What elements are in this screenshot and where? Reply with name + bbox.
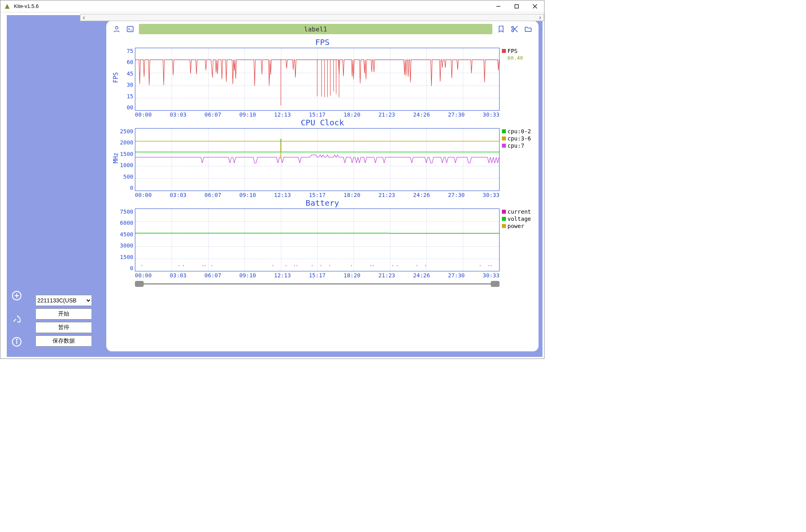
device-select[interactable]: 2211133C(USB [35,295,92,306]
chart-title: FPS [112,37,533,47]
y-axis-label: FPS [112,72,119,83]
svg-point-11 [16,339,17,340]
svg-point-12 [115,26,118,29]
range-handle-left[interactable] [135,281,144,287]
bookmark-icon[interactable] [496,24,506,34]
y-ticks: 750060004500300015000 [112,209,135,271]
x-ticks: 00:0003:0306:0709:1012:1315:1718:2021:23… [135,111,500,118]
plot-area[interactable] [135,209,500,271]
charts-area: FPSFPS756045301500FPS60.4000:0003:0306:0… [109,37,535,350]
folder-icon[interactable] [523,24,533,34]
add-icon[interactable] [11,290,22,301]
chart-cpu: CPU ClockMHz25002000150010005000cpu:0-2c… [112,118,533,198]
legend-item[interactable]: FPS [502,48,533,54]
plot-area[interactable] [135,48,500,111]
chart-title: CPU Clock [112,118,533,127]
svg-rect-13 [127,26,133,31]
chart-title: Battery [112,198,533,208]
left-rail [7,15,27,357]
legend: FPS60.40 [500,48,533,111]
app-icon [4,3,11,10]
pause-button[interactable]: 暂停 [35,322,92,333]
x-ticks: 00:0003:0306:0709:1012:1315:1718:2021:23… [135,272,500,279]
minimize-button[interactable] [489,0,507,12]
chart-bat: Battery750060004500300015000currentvolta… [112,198,533,279]
scissors-icon[interactable] [510,24,519,34]
maximize-button[interactable] [507,0,526,12]
y-axis-label: MHz [112,152,119,163]
label-bar: label1 [139,24,492,34]
app-body: 2211133C(USB 开始 暂停 保存数据 label1 FPSFPS756… [7,15,543,357]
close-button[interactable] [526,0,544,12]
titlebar: Kite-v1.5.6 [0,0,544,12]
svg-rect-3 [515,4,519,8]
legend-item[interactable]: cpu:7 [502,142,533,149]
user-icon[interactable] [112,24,121,34]
legend: cpu:0-2cpu:3-6cpu:7 [500,128,533,191]
legend: currentvoltagepower [500,209,533,271]
scroll-left-icon[interactable]: ‹ [80,14,88,21]
info-icon[interactable] [11,336,22,347]
legend-item[interactable]: cpu:0-2 [502,128,533,134]
top-strip: label1 [109,24,535,37]
legend-item[interactable]: power [502,223,533,229]
range-handle-right[interactable] [491,281,500,287]
main-card: label1 FPSFPS756045301500FPS60.4000:0003… [106,21,539,351]
chart-fps: FPSFPS756045301500FPS60.4000:0003:0306:0… [112,37,533,118]
horizontal-scrollbar[interactable]: ‹ › [80,14,544,21]
save-button[interactable]: 保存数据 [35,335,92,347]
plot-area[interactable] [135,128,500,191]
legend-item[interactable]: voltage [502,216,533,222]
side-panel: 2211133C(USB 开始 暂停 保存数据 [35,295,92,347]
settings-icon[interactable] [11,313,22,324]
start-button[interactable]: 开始 [35,308,92,320]
legend-item[interactable]: current [502,209,533,215]
terminal-icon[interactable] [125,24,135,34]
x-ticks: 00:0003:0306:0709:1012:1315:1718:2021:23… [135,192,500,198]
window-title: Kite-v1.5.6 [14,3,39,9]
app-window: Kite-v1.5.6 2211133C(USB 开始 暂停 保存数据 [0,0,544,359]
client-area: 2211133C(USB 开始 暂停 保存数据 label1 FPSFPS756… [0,12,544,359]
svg-point-1 [5,7,7,9]
scroll-right-icon[interactable]: › [537,14,544,21]
legend-item[interactable]: cpu:3-6 [502,135,533,142]
time-range-slider[interactable] [135,281,500,287]
